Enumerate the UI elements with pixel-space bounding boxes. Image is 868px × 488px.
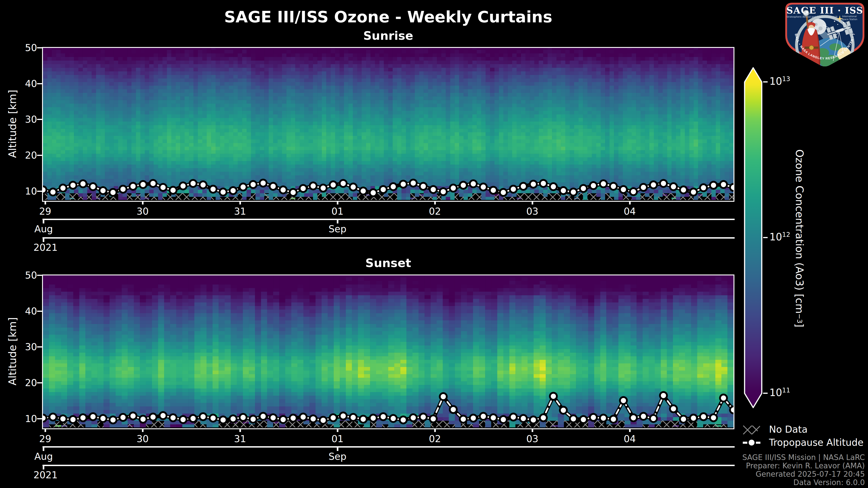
- x-tick-mark: [434, 201, 436, 204]
- month-label-left: Aug: [34, 223, 53, 234]
- year-axis-line: [42, 237, 735, 238]
- y-tick-mark: [37, 47, 42, 48]
- x-tick-label: 31: [222, 433, 258, 445]
- colorbar-title-exponent: −3: [796, 314, 803, 323]
- month-axis-tick: [43, 448, 44, 451]
- y-tick-mark: [37, 119, 42, 120]
- logo-title: SAGE III · ISS: [786, 5, 863, 15]
- y-tick-mark: [37, 155, 42, 156]
- y-tick-mark: [37, 346, 42, 348]
- y-tick-mark: [37, 191, 42, 192]
- colorbar-title: Ozone Concentration (Ao3) [cm−3]: [791, 68, 808, 409]
- y-tick-mark: [37, 83, 42, 84]
- colorbar-tick-exponent: 11: [782, 387, 790, 394]
- panel-title-sunset: Sunset: [43, 256, 734, 270]
- y-tick-label: 40: [13, 306, 37, 317]
- heatmap-panel-sunrise: [42, 47, 735, 202]
- logo-subtitle-right1: International: [842, 15, 857, 18]
- logo-subtitle-right2: Space Station: [842, 18, 857, 21]
- x-tick-label: 02: [417, 206, 453, 217]
- month-label-left: Aug: [34, 451, 53, 462]
- x-tick-label: 04: [612, 433, 648, 445]
- mission-logo: SAGE III · ISS Stratospheric Aerosol and…: [784, 2, 865, 68]
- attribution-line: Generated 2025-07-17 20:45: [742, 470, 865, 478]
- y-tick-mark: [37, 311, 42, 312]
- year-axis-line: [42, 465, 735, 466]
- x-tick-mark: [239, 428, 241, 432]
- legend-tropopause-label: Tropopause Altitude: [769, 437, 864, 448]
- colorbar-tick-mark: [763, 81, 768, 83]
- y-tick-label: 20: [13, 377, 37, 389]
- x-tick-mark: [434, 428, 436, 432]
- heatmap-canvas-sunset: [43, 275, 734, 427]
- x-tick-mark: [337, 428, 338, 432]
- month-axis-line: [42, 446, 735, 448]
- year-axis-tick: [43, 466, 44, 469]
- no-data-hatch-icon: [743, 424, 761, 435]
- x-tick-mark: [142, 201, 144, 204]
- colorbar-tick-mark: [763, 393, 768, 394]
- colorbar-tick-label: 1013: [770, 75, 790, 87]
- month-label-boundary: Sep: [315, 223, 360, 234]
- month-label-boundary: Sep: [315, 451, 360, 462]
- heatmap-panel-sunset: [42, 274, 735, 429]
- logo-subtitle-left: Stratospheric Aerosol and Gas Experiment…: [786, 15, 837, 18]
- x-tick-label: 30: [125, 433, 161, 445]
- x-tick-mark: [629, 428, 631, 432]
- year-label: 2021: [33, 469, 58, 481]
- x-tick-label: 03: [514, 433, 550, 445]
- page-title: SAGE III/ISS Ozone - Weekly Curtains: [43, 8, 734, 26]
- panel-title-sunrise: Sunrise: [43, 29, 734, 42]
- x-tick-mark: [239, 201, 241, 204]
- x-tick-label: 03: [514, 206, 550, 217]
- x-tick-mark: [142, 428, 144, 432]
- y-tick-mark: [37, 275, 42, 276]
- attribution-line: Data Version: 6.0.0: [742, 478, 865, 487]
- colorbar: [743, 67, 763, 410]
- month-axis-line: [42, 219, 735, 220]
- x-tick-mark: [44, 428, 46, 432]
- x-tick-mark: [532, 201, 533, 204]
- colorbar-tick-label: 1011: [770, 387, 790, 398]
- month-axis-tick: [337, 448, 338, 451]
- colorbar-tick-mark: [763, 237, 768, 238]
- tropopause-legend-icon: [743, 437, 761, 448]
- y-tick-label: 50: [13, 270, 37, 281]
- year-label: 2021: [33, 242, 58, 253]
- y-tick-label: 10: [13, 413, 37, 424]
- colorbar-tick-label: 1012: [770, 231, 790, 242]
- month-axis-tick: [43, 220, 44, 223]
- y-tick-label: 30: [13, 114, 37, 125]
- x-tick-label: 01: [319, 433, 355, 445]
- y-tick-label: 30: [13, 341, 37, 353]
- colorbar-tick-exponent: 13: [782, 75, 790, 83]
- y-tick-label: 40: [13, 78, 37, 90]
- x-tick-label: 01: [319, 206, 355, 217]
- x-tick-mark: [44, 201, 46, 204]
- attribution-line: SAGE III/ISS Mission | NASA LaRC: [742, 453, 865, 462]
- x-tick-label: 29: [27, 433, 63, 445]
- x-tick-label: 31: [222, 206, 258, 217]
- legend-no-data-label: No Data: [769, 424, 808, 435]
- x-tick-label: 04: [612, 206, 648, 217]
- x-tick-label: 30: [125, 206, 161, 217]
- heatmap-canvas-sunrise: [43, 48, 734, 200]
- x-tick-mark: [532, 428, 533, 432]
- colorbar-tick-exponent: 12: [782, 231, 790, 238]
- attribution-line: Preparer: Kevin R. Leavor (AMA): [742, 462, 865, 470]
- x-tick-mark: [629, 201, 631, 204]
- x-tick-label: 02: [417, 433, 453, 445]
- x-tick-mark: [337, 201, 338, 204]
- y-tick-label: 50: [13, 42, 37, 54]
- y-tick-label: 20: [13, 150, 37, 161]
- attribution-block: SAGE III/ISS Mission | NASA LaRC Prepare…: [742, 453, 865, 487]
- month-axis-tick: [337, 220, 338, 223]
- y-tick-mark: [37, 418, 42, 419]
- x-tick-label: 29: [27, 206, 63, 217]
- y-tick-label: 10: [13, 186, 37, 197]
- y-tick-mark: [37, 382, 42, 383]
- year-axis-tick: [43, 238, 44, 242]
